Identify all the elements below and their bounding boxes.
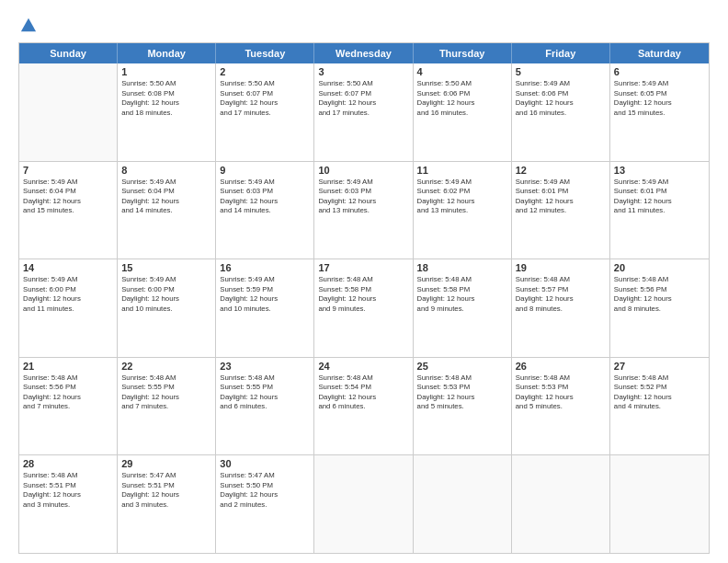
- calendar-cell: 28Sunrise: 5:48 AM Sunset: 5:51 PM Dayli…: [19, 455, 118, 553]
- day-number: 12: [516, 165, 606, 176]
- calendar: Sunday Monday Tuesday Wednesday Thursday…: [18, 42, 710, 554]
- calendar-cell: 3Sunrise: 5:50 AM Sunset: 6:07 PM Daylig…: [314, 63, 413, 161]
- day-info: Sunrise: 5:48 AM Sunset: 5:58 PM Dayligh…: [417, 275, 507, 314]
- day-info: Sunrise: 5:48 AM Sunset: 5:56 PM Dayligh…: [23, 373, 113, 412]
- day-number: 29: [121, 458, 211, 469]
- calendar-cell: 7Sunrise: 5:49 AM Sunset: 6:04 PM Daylig…: [19, 162, 118, 259]
- day-number: 11: [417, 165, 507, 176]
- day-info: Sunrise: 5:47 AM Sunset: 5:50 PM Dayligh…: [220, 471, 310, 510]
- day-info: Sunrise: 5:48 AM Sunset: 5:55 PM Dayligh…: [121, 373, 211, 412]
- day-info: Sunrise: 5:49 AM Sunset: 6:01 PM Dayligh…: [614, 178, 705, 216]
- day-number: 6: [614, 66, 705, 77]
- calendar-week-1: 1Sunrise: 5:50 AM Sunset: 6:08 PM Daylig…: [19, 63, 709, 162]
- day-number: 13: [614, 165, 705, 176]
- day-info: Sunrise: 5:50 AM Sunset: 6:07 PM Dayligh…: [318, 79, 408, 118]
- calendar-header: Sunday Monday Tuesday Wednesday Thursday…: [19, 43, 709, 63]
- svg-marker-0: [21, 18, 36, 31]
- header-sunday: Sunday: [19, 43, 118, 63]
- day-number: 28: [23, 458, 113, 469]
- day-number: 2: [220, 66, 310, 77]
- calendar-cell: 2Sunrise: 5:50 AM Sunset: 6:07 PM Daylig…: [216, 63, 314, 161]
- day-number: 20: [614, 262, 705, 273]
- day-number: 3: [318, 66, 408, 77]
- calendar-week-4: 21Sunrise: 5:48 AM Sunset: 5:56 PM Dayli…: [19, 358, 709, 456]
- calendar-cell: 23Sunrise: 5:48 AM Sunset: 5:55 PM Dayli…: [216, 358, 314, 455]
- calendar-cell: 14Sunrise: 5:49 AM Sunset: 6:00 PM Dayli…: [19, 259, 118, 357]
- logo-icon: [20, 17, 37, 33]
- day-info: Sunrise: 5:50 AM Sunset: 6:06 PM Dayligh…: [417, 79, 507, 118]
- header-wednesday: Wednesday: [314, 43, 413, 63]
- day-info: Sunrise: 5:48 AM Sunset: 5:58 PM Dayligh…: [318, 275, 408, 314]
- day-info: Sunrise: 5:49 AM Sunset: 6:03 PM Dayligh…: [220, 178, 310, 216]
- day-number: 16: [220, 262, 310, 273]
- header-monday: Monday: [118, 43, 216, 63]
- day-info: Sunrise: 5:50 AM Sunset: 6:07 PM Dayligh…: [220, 79, 310, 118]
- calendar-cell: [512, 455, 610, 553]
- day-info: Sunrise: 5:48 AM Sunset: 5:57 PM Dayligh…: [516, 275, 606, 314]
- calendar-cell: 17Sunrise: 5:48 AM Sunset: 5:58 PM Dayli…: [314, 259, 413, 357]
- calendar-cell: [314, 455, 413, 553]
- calendar-cell: [610, 455, 709, 553]
- day-number: 27: [614, 361, 705, 372]
- calendar-cell: 1Sunrise: 5:50 AM Sunset: 6:08 PM Daylig…: [118, 63, 216, 161]
- calendar-cell: 24Sunrise: 5:48 AM Sunset: 5:54 PM Dayli…: [314, 358, 413, 455]
- calendar-page: Sunday Monday Tuesday Wednesday Thursday…: [0, 0, 728, 563]
- page-header: [18, 17, 710, 33]
- calendar-cell: 6Sunrise: 5:49 AM Sunset: 6:05 PM Daylig…: [610, 63, 709, 161]
- calendar-week-5: 28Sunrise: 5:48 AM Sunset: 5:51 PM Dayli…: [19, 455, 709, 553]
- day-number: 9: [220, 165, 310, 176]
- calendar-cell: 5Sunrise: 5:49 AM Sunset: 6:06 PM Daylig…: [512, 63, 610, 161]
- calendar-cell: 20Sunrise: 5:48 AM Sunset: 5:56 PM Dayli…: [610, 259, 709, 357]
- day-info: Sunrise: 5:47 AM Sunset: 5:51 PM Dayligh…: [121, 471, 211, 510]
- calendar-cell: 29Sunrise: 5:47 AM Sunset: 5:51 PM Dayli…: [118, 455, 216, 553]
- calendar-cell: 30Sunrise: 5:47 AM Sunset: 5:50 PM Dayli…: [216, 455, 314, 553]
- day-number: 22: [121, 361, 211, 372]
- day-number: 24: [318, 361, 408, 372]
- calendar-cell: 25Sunrise: 5:48 AM Sunset: 5:53 PM Dayli…: [414, 358, 512, 455]
- day-number: 19: [516, 262, 606, 273]
- calendar-body: 1Sunrise: 5:50 AM Sunset: 6:08 PM Daylig…: [19, 63, 709, 553]
- day-number: 7: [23, 165, 113, 176]
- day-info: Sunrise: 5:48 AM Sunset: 5:51 PM Dayligh…: [23, 471, 113, 510]
- calendar-cell: 22Sunrise: 5:48 AM Sunset: 5:55 PM Dayli…: [118, 358, 216, 455]
- day-info: Sunrise: 5:49 AM Sunset: 6:00 PM Dayligh…: [23, 275, 113, 314]
- day-number: 30: [220, 458, 310, 469]
- calendar-cell: 4Sunrise: 5:50 AM Sunset: 6:06 PM Daylig…: [414, 63, 512, 161]
- day-number: 5: [516, 66, 606, 77]
- calendar-cell: 8Sunrise: 5:49 AM Sunset: 6:04 PM Daylig…: [118, 162, 216, 259]
- day-info: Sunrise: 5:49 AM Sunset: 5:59 PM Dayligh…: [220, 275, 310, 314]
- calendar-week-3: 14Sunrise: 5:49 AM Sunset: 6:00 PM Dayli…: [19, 259, 709, 358]
- calendar-week-2: 7Sunrise: 5:49 AM Sunset: 6:04 PM Daylig…: [19, 162, 709, 260]
- header-friday: Friday: [512, 43, 610, 63]
- day-info: Sunrise: 5:48 AM Sunset: 5:54 PM Dayligh…: [318, 373, 408, 412]
- day-info: Sunrise: 5:49 AM Sunset: 6:00 PM Dayligh…: [121, 275, 211, 314]
- header-thursday: Thursday: [414, 43, 512, 63]
- day-number: 15: [121, 262, 211, 273]
- calendar-cell: 18Sunrise: 5:48 AM Sunset: 5:58 PM Dayli…: [414, 259, 512, 357]
- calendar-cell: 19Sunrise: 5:48 AM Sunset: 5:57 PM Dayli…: [512, 259, 610, 357]
- header-tuesday: Tuesday: [216, 43, 314, 63]
- day-info: Sunrise: 5:49 AM Sunset: 6:05 PM Dayligh…: [614, 79, 705, 118]
- day-info: Sunrise: 5:49 AM Sunset: 6:04 PM Dayligh…: [121, 178, 211, 216]
- calendar-cell: 27Sunrise: 5:48 AM Sunset: 5:52 PM Dayli…: [610, 358, 709, 455]
- day-number: 26: [516, 361, 606, 372]
- day-number: 4: [417, 66, 507, 77]
- day-number: 23: [220, 361, 310, 372]
- day-number: 8: [121, 165, 211, 176]
- day-info: Sunrise: 5:48 AM Sunset: 5:55 PM Dayligh…: [220, 373, 310, 412]
- day-info: Sunrise: 5:48 AM Sunset: 5:53 PM Dayligh…: [417, 373, 507, 412]
- calendar-cell: [414, 455, 512, 553]
- calendar-cell: 10Sunrise: 5:49 AM Sunset: 6:03 PM Dayli…: [314, 162, 413, 259]
- day-number: 10: [318, 165, 408, 176]
- day-info: Sunrise: 5:48 AM Sunset: 5:56 PM Dayligh…: [614, 275, 705, 314]
- day-info: Sunrise: 5:49 AM Sunset: 6:01 PM Dayligh…: [516, 178, 606, 216]
- day-info: Sunrise: 5:48 AM Sunset: 5:52 PM Dayligh…: [614, 373, 705, 412]
- calendar-cell: 12Sunrise: 5:49 AM Sunset: 6:01 PM Dayli…: [512, 162, 610, 259]
- day-number: 14: [23, 262, 113, 273]
- header-saturday: Saturday: [610, 43, 709, 63]
- calendar-cell: 16Sunrise: 5:49 AM Sunset: 5:59 PM Dayli…: [216, 259, 314, 357]
- calendar-cell: 11Sunrise: 5:49 AM Sunset: 6:02 PM Dayli…: [414, 162, 512, 259]
- calendar-cell: [19, 63, 118, 161]
- day-info: Sunrise: 5:49 AM Sunset: 6:06 PM Dayligh…: [516, 79, 606, 118]
- day-info: Sunrise: 5:48 AM Sunset: 5:53 PM Dayligh…: [516, 373, 606, 412]
